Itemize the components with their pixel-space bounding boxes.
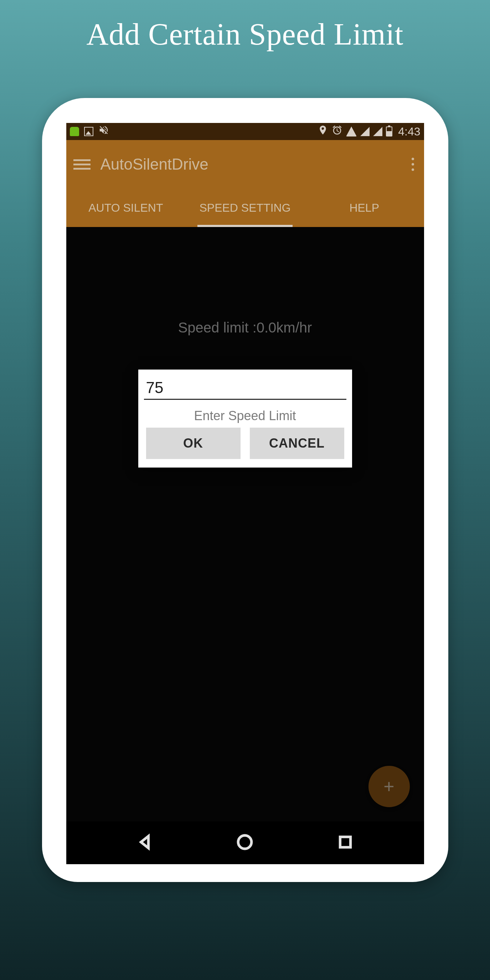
signal-icon-2 [373,127,382,136]
more-icon[interactable] [412,158,414,171]
nav-bar [66,821,424,864]
speed-input[interactable] [144,375,346,400]
dim-overlay [66,227,424,821]
back-icon[interactable] [136,833,154,853]
tab-auto-silent[interactable]: AUTO SILENT [66,189,186,227]
wifi-icon [346,127,357,137]
tab-help[interactable]: HELP [305,189,424,227]
fab-add-button[interactable]: + [369,766,410,807]
recent-icon[interactable] [336,833,354,853]
dialog-hint: Enter Speed Limit [144,408,346,423]
location-icon [318,125,328,138]
home-icon[interactable] [236,833,254,853]
ok-button[interactable]: OK [146,428,240,459]
picture-icon [84,127,93,136]
tabs: AUTO SILENT SPEED SETTING HELP [66,189,424,227]
cancel-button[interactable]: CANCEL [250,428,344,459]
status-bar: 4:43 [66,123,424,140]
android-icon [70,127,79,136]
signal-icon-1 [360,127,369,136]
alarm-icon [332,125,342,138]
promo-title: Add Certain Speed Limit [0,16,490,52]
content-area: Speed limit :0.0km/hr Enter Speed Limit … [66,227,424,821]
svg-rect-1 [340,837,350,847]
app-title: AutoSilentDrive [100,155,208,173]
screen: 4:43 AutoSilentDrive AUTO SILENT SPEED S… [66,123,424,864]
status-time: 4:43 [398,125,420,138]
battery-icon [386,127,392,137]
hamburger-icon[interactable] [73,157,91,172]
device-frame: 4:43 AutoSilentDrive AUTO SILENT SPEED S… [42,98,448,882]
mute-icon [99,125,109,138]
speed-limit-label: Speed limit :0.0km/hr [66,320,424,336]
svg-point-0 [239,835,252,849]
tab-speed-setting[interactable]: SPEED SETTING [185,189,305,227]
app-bar: AutoSilentDrive [66,140,424,189]
speed-limit-dialog: Enter Speed Limit OK CANCEL [138,369,352,468]
